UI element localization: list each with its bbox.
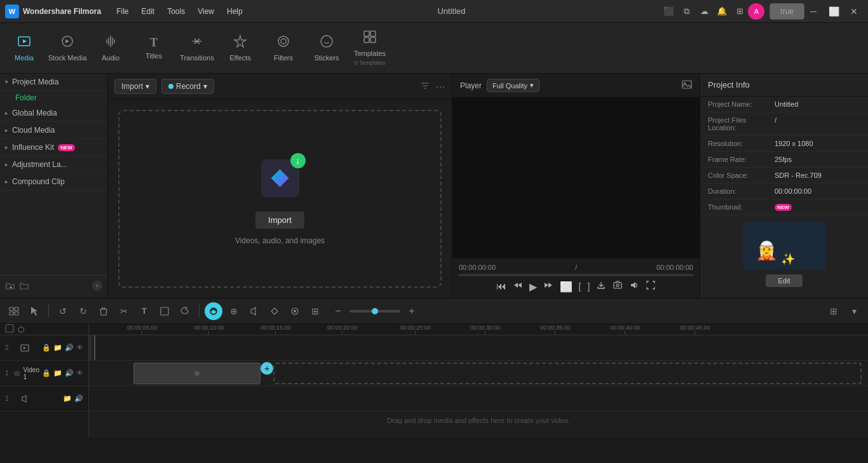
toolbar-titles[interactable]: T Titles xyxy=(132,25,175,71)
audio-num-1: 1 xyxy=(5,395,18,402)
mark-in-icon[interactable]: [ xyxy=(579,281,581,292)
mark-out-icon[interactable]: ] xyxy=(588,281,590,292)
toolbar-effects-label: Effects xyxy=(229,54,250,62)
timeline-layout-btn[interactable]: ⊞ xyxy=(825,302,843,320)
zoom-in-btn[interactable]: + xyxy=(403,302,421,320)
toolbar-stickers[interactable]: Stickers xyxy=(305,25,348,71)
track1-eye-icon[interactable]: 👁 xyxy=(76,369,83,377)
filmora-icon-bg: ↓ xyxy=(261,159,299,198)
sidebar-item-compound-clip[interactable]: ▸ Compound Clip xyxy=(0,173,107,191)
step-forward-icon[interactable] xyxy=(543,280,553,293)
toolbar-effects[interactable]: Effects xyxy=(219,25,262,71)
audio-icon-btn[interactable] xyxy=(245,302,263,320)
add-to-track-btn[interactable]: + xyxy=(261,362,273,375)
player-timeline-bar[interactable] xyxy=(459,274,693,276)
crop-btn[interactable] xyxy=(156,302,173,320)
info-value-name: Untitled xyxy=(775,100,798,108)
track1-folder-icon[interactable]: 📁 xyxy=(53,369,62,377)
stop-icon[interactable]: ⬜ xyxy=(560,281,573,293)
zoom-out-btn[interactable]: − xyxy=(329,302,347,320)
fit-btn[interactable]: ⊞ xyxy=(306,302,324,320)
menu-tools[interactable]: Tools xyxy=(162,4,190,18)
timeline-settings-btn[interactable]: ▾ xyxy=(845,302,863,320)
link-track-icon[interactable]: ⬡ xyxy=(18,325,24,334)
minimize-button[interactable]: ─ xyxy=(804,4,822,18)
undo-btn[interactable]: ↺ xyxy=(54,302,72,320)
ai-btn[interactable] xyxy=(286,302,304,320)
track1-mute-icon[interactable]: 🔊 xyxy=(65,369,74,377)
screenshot-icon[interactable] xyxy=(613,280,623,293)
menu-file[interactable]: File xyxy=(111,4,133,18)
close-button[interactable]: ✕ xyxy=(845,4,863,18)
record-button[interactable]: Record ▾ xyxy=(161,79,214,94)
keyframe-btn[interactable] xyxy=(266,302,283,320)
track-folder-icon[interactable]: 📁 xyxy=(53,344,62,352)
speed-btn[interactable] xyxy=(176,302,194,320)
toolbar-stock-media[interactable]: Stock Media xyxy=(46,25,89,71)
media-panel: Import ▾ Record ▾ ⋯ ↓ xyxy=(108,74,452,298)
sidebar-item-adjustment-layer[interactable]: ▸ Adjustment La... xyxy=(0,156,107,173)
menu-help[interactable]: Help xyxy=(222,4,248,18)
player-image-icon[interactable] xyxy=(682,79,692,91)
play-icon[interactable]: ▶ xyxy=(529,281,537,293)
zoom-slider[interactable] xyxy=(349,310,400,312)
text-btn[interactable]: T xyxy=(135,302,153,320)
sidebar-item-global-media[interactable]: ▸ Global Media xyxy=(0,105,107,122)
bell-icon[interactable]: 🔔 xyxy=(714,3,730,20)
layout-icon[interactable]: ⊞ xyxy=(731,3,748,20)
cursor-tool-btn[interactable] xyxy=(25,302,43,320)
export-button[interactable]: true xyxy=(770,3,804,20)
menu-view[interactable]: View xyxy=(193,4,219,18)
track1-lock-icon[interactable]: 🔒 xyxy=(42,369,51,377)
track-lock-icon[interactable]: 🔒 xyxy=(42,344,51,352)
sidebar-item-project-media[interactable]: ▾ Project Media xyxy=(0,74,107,91)
maximize-button[interactable]: ⬜ xyxy=(825,4,843,18)
track-motion-btn[interactable]: ⊕ xyxy=(225,302,243,320)
sidebar-collapse-btn[interactable]: ‹ xyxy=(92,281,102,291)
fullscreen-icon[interactable] xyxy=(646,280,656,293)
influence-kit-badge: NEW xyxy=(58,144,75,151)
step-back-icon[interactable] xyxy=(513,280,523,293)
filter-icon[interactable] xyxy=(420,81,430,93)
volume-icon[interactable] xyxy=(629,280,639,293)
track-mute-icon[interactable]: 🔊 xyxy=(65,344,74,352)
track-eye-icon[interactable]: 👁 xyxy=(76,344,83,352)
toolbar-filters[interactable]: Filters xyxy=(262,25,305,71)
search-folder-icon[interactable] xyxy=(19,281,29,293)
audio1-folder-icon[interactable]: 📁 xyxy=(63,394,72,403)
go-to-start-icon[interactable]: ⏮ xyxy=(496,281,506,292)
user-avatar[interactable]: A xyxy=(748,3,764,20)
add-track-icon[interactable] xyxy=(5,324,14,335)
track-drop-hint[interactable] xyxy=(273,363,862,384)
menu-edit[interactable]: Edit xyxy=(136,4,159,18)
new-folder-icon[interactable] xyxy=(5,281,15,293)
import-button[interactable]: Import ▾ xyxy=(114,79,156,94)
audio1-mute-icon[interactable]: 🔊 xyxy=(74,394,83,403)
toolbar-audio[interactable]: Audio xyxy=(89,25,132,71)
drop-zone-text: Videos, audio, and images xyxy=(235,236,325,245)
media-drop-zone[interactable]: ↓ Import Videos, audio, and images xyxy=(118,110,442,288)
cut-btn[interactable]: ✂ xyxy=(115,302,133,320)
placeholder-clip[interactable] xyxy=(133,363,261,384)
cloud-icon[interactable]: ☁ xyxy=(696,3,712,20)
edit-button[interactable]: Edit xyxy=(766,274,803,287)
screen-record-icon[interactable]: ⬛ xyxy=(660,3,677,20)
magnetic-btn[interactable] xyxy=(205,302,222,320)
redo-btn[interactable]: ↻ xyxy=(74,302,92,320)
track-num-2: 2 xyxy=(5,344,18,351)
quality-select[interactable]: Full Quality ▾ xyxy=(487,79,539,92)
timeline-view-btn[interactable] xyxy=(5,302,23,320)
import-action-button[interactable]: Import xyxy=(255,211,304,229)
more-icon[interactable]: ⋯ xyxy=(435,81,445,93)
sidebar-folder[interactable]: Folder xyxy=(0,91,107,105)
delete-btn[interactable] xyxy=(95,302,112,320)
toolbar-stock-label: Stock Media xyxy=(48,54,87,62)
toolbar-media[interactable]: Media xyxy=(3,25,46,71)
split-view-icon[interactable]: ⧉ xyxy=(678,3,695,20)
player-tab[interactable]: Player xyxy=(460,81,482,90)
sidebar-item-cloud-media[interactable]: ▸ Cloud Media xyxy=(0,122,107,139)
toolbar-templates[interactable]: Templates 0 Templates xyxy=(348,25,391,71)
export-frame-icon[interactable] xyxy=(596,280,606,293)
toolbar-transitions[interactable]: Transitions xyxy=(175,25,219,71)
sidebar-item-influence-kit[interactable]: ▸ Influence Kit NEW xyxy=(0,139,107,156)
